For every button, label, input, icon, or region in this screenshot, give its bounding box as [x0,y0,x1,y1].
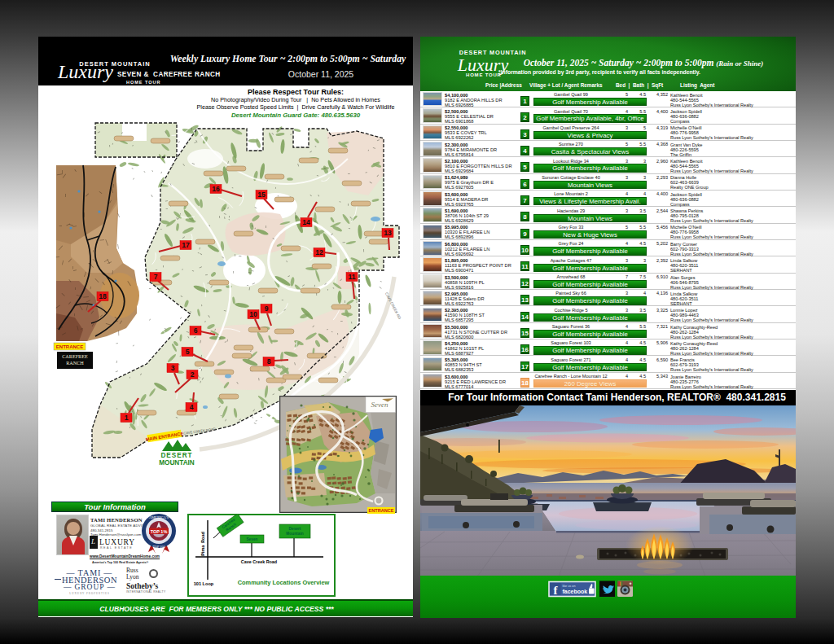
svg-text:101 Loop: 101 Loop [194,581,214,586]
svg-text:1: 1 [125,414,129,422]
svg-text:11: 11 [349,273,356,281]
svg-text:4: 4 [190,403,194,411]
svg-text:14: 14 [302,218,310,226]
svg-text:8: 8 [267,357,271,366]
svg-text:Cave Creek Road: Cave Creek Road [241,559,277,564]
svg-text:6: 6 [194,326,198,335]
svg-text:Pima Road: Pima Road [200,532,205,555]
svg-text:16: 16 [212,185,220,193]
svg-text:Seven: Seven [371,401,388,409]
svg-text:5: 5 [186,348,190,356]
svg-text:7: 7 [154,273,158,281]
svg-text:TOP 100: TOP 100 [152,545,165,549]
svg-text:ENTRANCE: ENTRANCE [56,344,83,349]
svg-text:12: 12 [315,248,323,256]
svg-text:DESERT: DESERT [160,452,192,459]
svg-text:17: 17 [182,241,190,249]
svg-text:Desert: Desert [289,527,301,531]
svg-text:10: 10 [249,310,257,318]
svg-text:like us on: like us on [563,585,576,588]
svg-text:13: 13 [384,229,392,237]
svg-text:TOP 1%: TOP 1% [151,529,168,534]
svg-text:MOUNTAIN: MOUNTAIN [159,459,195,467]
svg-text:CAREFREE: CAREFREE [62,353,88,359]
svg-text:9: 9 [265,304,269,313]
svg-text:AMERICA'S: AMERICA'S [149,515,169,519]
svg-text:15: 15 [257,191,266,199]
svg-text:facebook: facebook [563,589,588,594]
svg-text:2: 2 [191,370,195,379]
svg-text:Mountain: Mountain [286,532,303,536]
svg-text:3: 3 [171,364,175,372]
svg-text:18: 18 [99,292,107,300]
svg-text:Seven: Seven [246,537,257,541]
svg-text:RANCH: RANCH [66,360,84,366]
svg-text:Community Locations Overview: Community Locations Overview [238,579,330,586]
